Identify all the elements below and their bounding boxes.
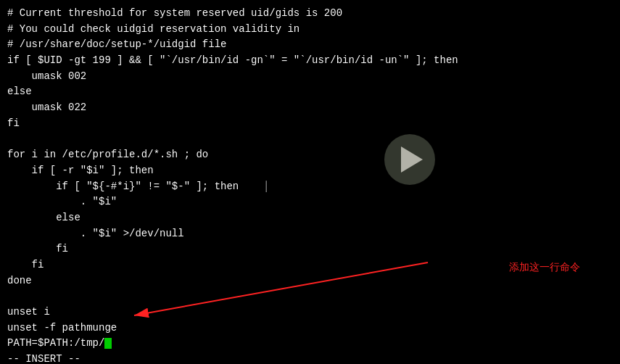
code-line-6: else <box>7 84 613 100</box>
code-line-2: # You could check uidgid reservation val… <box>7 22 613 38</box>
code-line-3: # /usr/share/doc/setup-*/uidgid file <box>7 37 613 53</box>
code-line-5: umask 002 <box>7 69 613 85</box>
annotation-text: 添加这一行命令 <box>509 261 580 274</box>
code-line-19 <box>7 289 613 305</box>
code-line-9 <box>7 132 613 148</box>
terminal: # Current threshold for system reserved … <box>0 0 620 364</box>
code-line-12: if [ "${-#*i}" != "$-" ]; then │ <box>7 179 613 195</box>
code-line-13: . "$i" <box>7 194 613 210</box>
play-triangle-icon <box>401 146 423 173</box>
code-line-16: fi <box>7 241 613 257</box>
code-line-21: unset -f pathmunge <box>7 320 613 336</box>
code-line-7: umask 022 <box>7 100 613 116</box>
code-line-11: if [ -r "$i" ]; then <box>7 163 613 179</box>
code-line-10: for i in /etc/profile.d/*.sh ; do <box>7 147 613 163</box>
code-line-20: unset i <box>7 305 613 320</box>
code-line-1: # Current threshold for system reserved … <box>7 6 613 22</box>
text-cursor <box>104 338 112 349</box>
play-button[interactable] <box>384 134 435 185</box>
code-line-8: fi <box>7 116 613 132</box>
code-line-15: . "$i" >/dev/null <box>7 226 613 242</box>
insert-mode-indicator: -- INSERT -- <box>7 352 613 364</box>
code-line-18: done <box>7 273 613 289</box>
code-line-14: else <box>7 210 613 226</box>
code-line-4: if [ $UID -gt 199 ] && [ "`/usr/bin/id -… <box>7 53 613 69</box>
code-line-22: PATH=$PATH:/tmp/ <box>7 336 613 352</box>
